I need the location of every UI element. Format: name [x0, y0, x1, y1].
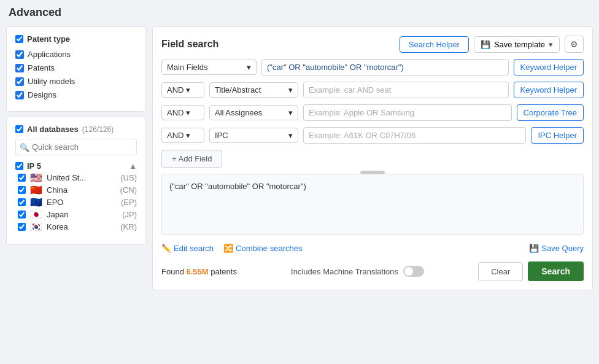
combine-searches-button[interactable]: 🔀 Combine searches [223, 244, 302, 253]
save-template-button[interactable]: 💾 Save template [474, 36, 560, 53]
field-search-title: Field search [161, 39, 218, 50]
checkbox-patents[interactable]: Patents [15, 63, 137, 72]
db-item-kr[interactable]: 🇰🇷 Korea (KR) [15, 222, 137, 231]
edit-search-button[interactable]: ✏️ Edit search [161, 244, 214, 253]
field-select-1[interactable]: Main Fields ▾ [161, 60, 257, 75]
chevron-down-icon-1: ▾ [247, 63, 251, 72]
chevron-down-icon-field-3: ▾ [288, 108, 293, 117]
field-select-4[interactable]: IPC ▾ [209, 128, 298, 143]
flag-jp: 🇯🇵 [29, 211, 43, 219]
field-input-4[interactable] [303, 127, 526, 144]
field-input-2[interactable] [303, 82, 509, 98]
keyword-helper-btn-1[interactable]: Keyword Helper [514, 59, 584, 76]
bottom-actions-row: ✏️ Edit search 🔀 Combine searches 💾 Save… [161, 241, 584, 253]
patent-type-label: Patent type [27, 34, 70, 44]
db-group-ip5: IP 5 ▲ 🇺🇸 United St... (US) [15, 161, 137, 234]
databases-box: All databases (126/126) 🔍 IP 5 ▲ [6, 117, 146, 245]
all-databases-header: All databases (126/126) [15, 125, 137, 134]
quick-search-input[interactable] [15, 139, 137, 155]
search-row-4: AND ▾ IPC ▾ IPC Helper [161, 127, 584, 144]
field-select-2[interactable]: Title/Abstract ▾ [209, 82, 298, 98]
left-panel: Patent type Applications Patents Utility… [6, 26, 146, 290]
patent-type-box: Patent type Applications Patents Utility… [6, 26, 146, 112]
chevron-down-icon-field-2: ▾ [288, 85, 293, 95]
search-helper-button[interactable]: Search Helper [400, 36, 469, 53]
db-list-ip5: 🇺🇸 United St... (US) 🇨🇳 China (CN) [15, 173, 137, 234]
ip5-collapse-icon[interactable]: ▲ [129, 161, 137, 171]
search-icon: 🔍 [20, 142, 29, 152]
query-preview-drag-handle[interactable] [360, 171, 385, 174]
right-panel: Field search Search Helper 💾 Save templa… [152, 26, 593, 290]
keyword-helper-btn-2[interactable]: Keyword Helper [514, 82, 584, 98]
chevron-down-icon-4: ▾ [186, 131, 190, 140]
db-item-cn[interactable]: 🇨🇳 China (CN) [15, 185, 137, 195]
flag-us: 🇺🇸 [29, 174, 43, 182]
combine-icon: 🔀 [223, 244, 233, 253]
checkbox-utility-models[interactable]: Utility models [15, 77, 137, 86]
field-input-3[interactable] [303, 104, 512, 121]
search-row-2: AND ▾ Title/Abstract ▾ Keyword Helper [161, 82, 584, 98]
field-search-header: Field search Search Helper 💾 Save templa… [161, 36, 584, 53]
operator-select-4[interactable]: AND ▾ [161, 128, 204, 143]
quick-search-wrap: 🔍 [15, 139, 137, 155]
all-databases-checkbox[interactable] [15, 125, 23, 133]
chevron-down-icon-2: ▾ [186, 85, 190, 95]
ip5-group-checkbox[interactable] [15, 162, 23, 170]
query-preview-text: ("car" OR "automobile" OR "motorcar") [169, 182, 306, 191]
patent-type-master-checkbox[interactable] [15, 35, 23, 43]
main-layout: Patent type Applications Patents Utility… [6, 26, 593, 290]
search-button[interactable]: Search [528, 261, 584, 281]
operator-select-3[interactable]: AND ▾ [161, 105, 204, 120]
field-select-3[interactable]: All Assignees ▾ [209, 105, 298, 120]
search-clear-group: Clear Search [478, 261, 584, 281]
found-count: 6.55M [186, 267, 208, 276]
save-icon: 💾 [481, 40, 490, 49]
machine-translations: Includes Machine Translations [291, 266, 424, 277]
search-row-3: AND ▾ All Assignees ▾ Corporate Tree [161, 104, 584, 121]
save-query-button[interactable]: 💾 Save Query [529, 244, 584, 253]
db-item-ep[interactable]: 🇪🇺 EPO (EP) [15, 198, 137, 207]
save-query-icon: 💾 [529, 244, 539, 253]
checkbox-applications[interactable]: Applications [15, 50, 137, 59]
gear-button[interactable]: ⚙ [565, 36, 584, 53]
chevron-down-icon-3: ▾ [186, 108, 190, 117]
flag-kr: 🇰🇷 [29, 223, 43, 231]
search-row-1: Main Fields ▾ Keyword Helper [161, 59, 584, 76]
db-group-ip5-header: IP 5 ▲ [15, 161, 137, 171]
found-text: Found 6.55M patents [161, 267, 237, 276]
page-wrapper: Advanced Patent type Applications Patent… [0, 0, 599, 364]
corporate-tree-btn[interactable]: Corporate Tree [517, 104, 584, 121]
field-input-1[interactable] [261, 59, 509, 76]
ipc-helper-btn[interactable]: IPC Helper [531, 127, 584, 144]
db-item-jp[interactable]: 🇯🇵 Japan (JP) [15, 210, 137, 219]
operator-select-2[interactable]: AND ▾ [161, 82, 204, 98]
bottom-left-actions: ✏️ Edit search 🔀 Combine searches [161, 244, 302, 253]
query-preview: ("car" OR "automobile" OR "motorcar") [161, 174, 584, 235]
page-title: Advanced [6, 6, 593, 19]
clear-button[interactable]: Clear [478, 262, 523, 281]
db-item-us[interactable]: 🇺🇸 United St... (US) [15, 173, 137, 182]
bottom-search-row: Found 6.55M patents Includes Machine Tra… [161, 259, 584, 281]
flag-ep: 🇪🇺 [29, 198, 43, 207]
add-field-button[interactable]: + Add Field [161, 150, 222, 168]
patent-type-header: Patent type [15, 34, 137, 44]
flag-cn: 🇨🇳 [29, 186, 43, 195]
machine-translations-toggle[interactable] [403, 266, 424, 277]
chevron-down-icon-field-4: ▾ [288, 131, 293, 140]
save-template-dropdown-arrow [549, 40, 553, 49]
edit-icon: ✏️ [161, 244, 171, 253]
header-buttons: Search Helper 💾 Save template ⚙ [400, 36, 584, 53]
checkbox-designs[interactable]: Designs [15, 90, 137, 99]
